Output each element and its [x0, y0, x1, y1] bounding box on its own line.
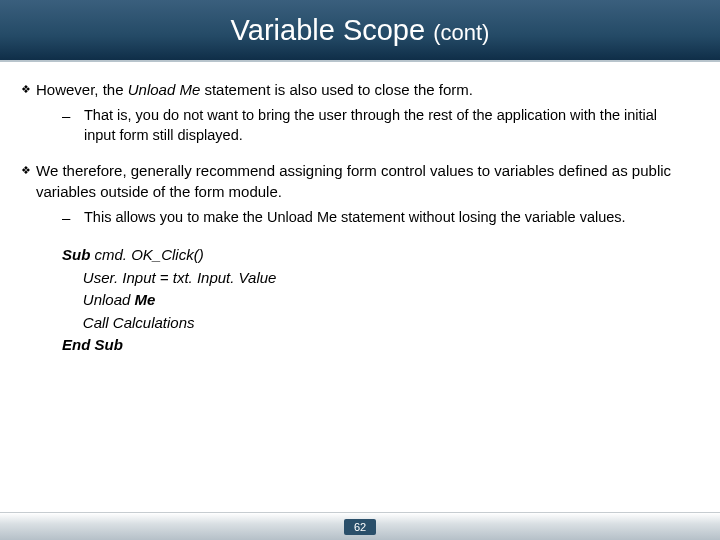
dash-bullet-icon: –: [62, 208, 84, 228]
footer: 62: [0, 512, 720, 540]
code-block: Sub cmd. OK_Click() User. Input = txt. I…: [62, 244, 680, 357]
bullet-item: ❖ However, the Unload Me statement is al…: [16, 80, 680, 100]
slide-title: Variable Scope (cont): [231, 14, 490, 47]
sub-bullet-item: – That is, you do not want to bring the …: [62, 106, 680, 145]
sub-bullet-text: This allows you to make the Unload Me st…: [84, 208, 680, 228]
bullet-text: However, the Unload Me statement is also…: [36, 80, 680, 100]
text-fragment: However, the: [36, 81, 128, 98]
code-line: Call Calculations: [62, 312, 680, 335]
code-keyword: Sub: [62, 246, 95, 263]
slide: Variable Scope (cont) ❖ However, the Unl…: [0, 0, 720, 540]
code-text: Unload: [62, 291, 135, 308]
page-number: 62: [344, 519, 376, 535]
code-line: End Sub: [62, 334, 680, 357]
diamond-bullet-icon: ❖: [16, 80, 36, 100]
bullet-item: ❖ We therefore, generally recommend assi…: [16, 161, 680, 202]
code-line: User. Input = txt. Input. Value: [62, 267, 680, 290]
title-bar: Variable Scope (cont): [0, 0, 720, 62]
code-line: Unload Me: [62, 289, 680, 312]
sub-bullet-text: That is, you do not want to bring the us…: [84, 106, 680, 145]
diamond-bullet-icon: ❖: [16, 161, 36, 202]
text-fragment: statement is also used to close the form…: [200, 81, 473, 98]
title-main: Variable Scope: [231, 14, 434, 46]
title-cont: (cont): [433, 20, 489, 45]
italic-text: Unload Me: [128, 81, 201, 98]
code-keyword: Me: [135, 291, 156, 308]
code-line: Sub cmd. OK_Click(): [62, 244, 680, 267]
bullet-text: We therefore, generally recommend assign…: [36, 161, 680, 202]
code-text: cmd. OK_Click(): [95, 246, 204, 263]
content-area: ❖ However, the Unload Me statement is al…: [0, 62, 720, 357]
sub-bullet-item: – This allows you to make the Unload Me …: [62, 208, 680, 228]
dash-bullet-icon: –: [62, 106, 84, 145]
